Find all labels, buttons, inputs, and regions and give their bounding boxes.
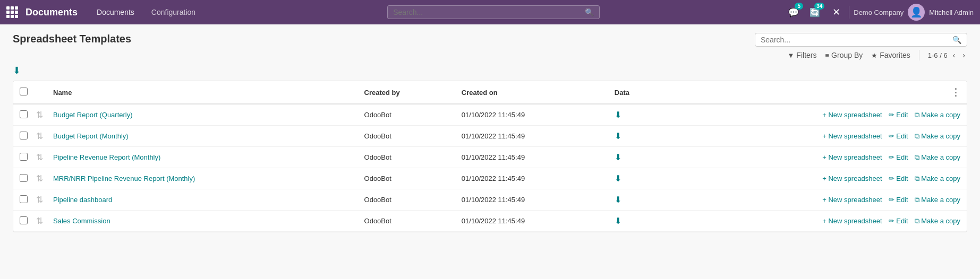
row-created-on: 01/10/2022 11:45:49 xyxy=(455,147,608,168)
col-header-checkbox[interactable] xyxy=(13,81,34,104)
row-actions-cell: + New spreadsheet ✏ Edit ⧉ Make a copy xyxy=(664,104,967,126)
new-spreadsheet-btn[interactable]: + New spreadsheet xyxy=(822,196,882,204)
row-checkbox[interactable] xyxy=(20,195,28,203)
new-spreadsheet-btn[interactable]: + New spreadsheet xyxy=(822,175,882,182)
row-actions-cell: + New spreadsheet ✏ Edit ⧉ Make a copy xyxy=(664,189,967,211)
row-drag-cell[interactable]: ⇅ xyxy=(34,104,47,126)
row-checkbox-cell[interactable] xyxy=(13,189,34,211)
more-options-header-btn[interactable]: ⋮ xyxy=(951,87,960,98)
make-copy-btn[interactable]: ⧉ Make a copy xyxy=(915,153,960,162)
download-data-icon[interactable]: ⬇ xyxy=(615,153,621,162)
group-by-btn[interactable]: ≡ Group By xyxy=(825,51,863,59)
row-name-link[interactable]: Budget Report (Quarterly) xyxy=(53,111,133,119)
row-name-cell: Sales Commission xyxy=(47,211,358,232)
next-page-btn[interactable]: › xyxy=(960,50,967,60)
table-row: ⇅ Budget Report (Monthly) OdooBot 01/10/… xyxy=(13,126,967,147)
row-drag-cell[interactable]: ⇅ xyxy=(34,168,47,189)
table-row: ⇅ Budget Report (Quarterly) OdooBot 01/1… xyxy=(13,104,967,126)
row-name-link[interactable]: Pipeline Revenue Report (Monthly) xyxy=(53,153,160,161)
row-created-on: 01/10/2022 11:45:49 xyxy=(455,168,608,189)
row-checkbox[interactable] xyxy=(20,110,28,118)
row-actions-cell: + New spreadsheet ✏ Edit ⧉ Make a copy xyxy=(664,147,967,168)
new-spreadsheet-btn[interactable]: + New spreadsheet xyxy=(822,132,882,140)
avatar[interactable]: 👤 xyxy=(908,4,925,21)
row-actions-cell: + New spreadsheet ✏ Edit ⧉ Make a copy xyxy=(664,168,967,189)
favorites-btn[interactable]: ★ Favorites xyxy=(871,51,910,59)
row-created-by: OdooBot xyxy=(358,126,455,147)
edit-btn[interactable]: ✏ Edit xyxy=(889,175,908,182)
row-data: ⬇ xyxy=(608,211,664,232)
activity-icon-btn[interactable]: 🔄 34 xyxy=(806,4,823,21)
row-checkbox[interactable] xyxy=(20,216,28,224)
edit-btn[interactable]: ✏ Edit xyxy=(889,153,908,161)
search-box: 🔍 xyxy=(755,33,967,47)
row-data: ⬇ xyxy=(608,126,664,147)
apps-icon[interactable] xyxy=(6,6,18,18)
download-data-icon[interactable]: ⬇ xyxy=(615,174,621,183)
new-spreadsheet-btn[interactable]: + New spreadsheet xyxy=(822,217,882,225)
user-name[interactable]: Mitchell Admin xyxy=(929,8,974,16)
row-actions-cell: + New spreadsheet ✏ Edit ⧉ Make a copy xyxy=(664,211,967,232)
row-checkbox[interactable] xyxy=(20,174,28,182)
row-checkbox-cell[interactable] xyxy=(13,147,34,168)
col-header-created-by[interactable]: Created by xyxy=(358,81,455,104)
filters-btn[interactable]: ▼ Filters xyxy=(787,51,816,59)
row-data: ⬇ xyxy=(608,104,664,126)
chat-icon-btn[interactable]: 💬 5 xyxy=(785,4,802,21)
table-row: ⇅ MRR/NRR Pipeline Revenue Report (Month… xyxy=(13,168,967,189)
download-data-icon[interactable]: ⬇ xyxy=(615,110,621,119)
edit-btn[interactable]: ✏ Edit xyxy=(889,111,908,119)
row-created-by: OdooBot xyxy=(358,104,455,126)
download-data-icon[interactable]: ⬇ xyxy=(615,132,621,141)
make-copy-btn[interactable]: ⧉ Make a copy xyxy=(915,217,960,225)
brand-name: Documents xyxy=(25,7,78,18)
download-all-btn[interactable]: ⬇ xyxy=(13,65,21,76)
col-header-created-on[interactable]: Created on xyxy=(455,81,608,104)
row-drag-cell[interactable]: ⇅ xyxy=(34,211,47,232)
make-copy-btn[interactable]: ⧉ Make a copy xyxy=(915,111,960,119)
row-checkbox[interactable] xyxy=(20,132,28,140)
row-checkbox-cell[interactable] xyxy=(13,104,34,126)
col-header-name[interactable]: Name xyxy=(47,81,358,104)
row-checkbox[interactable] xyxy=(20,153,28,161)
global-search-input[interactable] xyxy=(393,8,585,16)
new-spreadsheet-btn[interactable]: + New spreadsheet xyxy=(822,111,882,119)
nav-configuration[interactable]: Configuration xyxy=(145,5,202,20)
row-checkbox-cell[interactable] xyxy=(13,126,34,147)
row-created-by: OdooBot xyxy=(358,211,455,232)
close-icon-btn[interactable]: ✕ xyxy=(828,4,845,21)
filter-icon: ▼ xyxy=(787,51,794,59)
row-name-link[interactable]: Pipeline dashboard xyxy=(53,196,112,204)
row-name-cell: Budget Report (Quarterly) xyxy=(47,104,358,126)
row-created-on: 01/10/2022 11:45:49 xyxy=(455,104,608,126)
row-name-link[interactable]: MRR/NRR Pipeline Revenue Report (Monthly… xyxy=(53,175,195,182)
edit-btn[interactable]: ✏ Edit xyxy=(889,196,908,204)
make-copy-btn[interactable]: ⧉ Make a copy xyxy=(915,132,960,141)
prev-page-btn[interactable]: ‹ xyxy=(951,50,958,60)
edit-btn[interactable]: ✏ Edit xyxy=(889,217,908,225)
nav-documents[interactable]: Documents xyxy=(90,5,141,20)
company-name[interactable]: Demo Company xyxy=(854,8,904,16)
row-name-link[interactable]: Budget Report (Monthly) xyxy=(53,132,129,140)
make-copy-btn[interactable]: ⧉ Make a copy xyxy=(915,196,960,204)
search-input[interactable] xyxy=(761,36,952,44)
row-checkbox-cell[interactable] xyxy=(13,211,34,232)
edit-btn[interactable]: ✏ Edit xyxy=(889,132,908,140)
row-checkbox-cell[interactable] xyxy=(13,168,34,189)
row-drag-cell[interactable]: ⇅ xyxy=(34,126,47,147)
filters-label: Filters xyxy=(796,51,816,59)
make-copy-btn[interactable]: ⧉ Make a copy xyxy=(915,175,960,183)
new-spreadsheet-btn[interactable]: + New spreadsheet xyxy=(822,153,882,161)
row-drag-cell[interactable]: ⇅ xyxy=(34,147,47,168)
col-header-data[interactable]: Data xyxy=(608,81,664,104)
row-created-on: 01/10/2022 11:45:49 xyxy=(455,211,608,232)
row-data: ⬇ xyxy=(608,168,664,189)
row-drag-cell[interactable]: ⇅ xyxy=(34,189,47,211)
row-name-link[interactable]: Sales Commission xyxy=(53,217,110,225)
download-data-icon[interactable]: ⬇ xyxy=(615,195,621,204)
row-name-cell: Pipeline dashboard xyxy=(47,189,358,211)
row-created-by: OdooBot xyxy=(358,147,455,168)
download-data-icon[interactable]: ⬇ xyxy=(615,216,621,225)
table-row: ⇅ Sales Commission OdooBot 01/10/2022 11… xyxy=(13,211,967,232)
select-all-checkbox[interactable] xyxy=(20,88,28,95)
